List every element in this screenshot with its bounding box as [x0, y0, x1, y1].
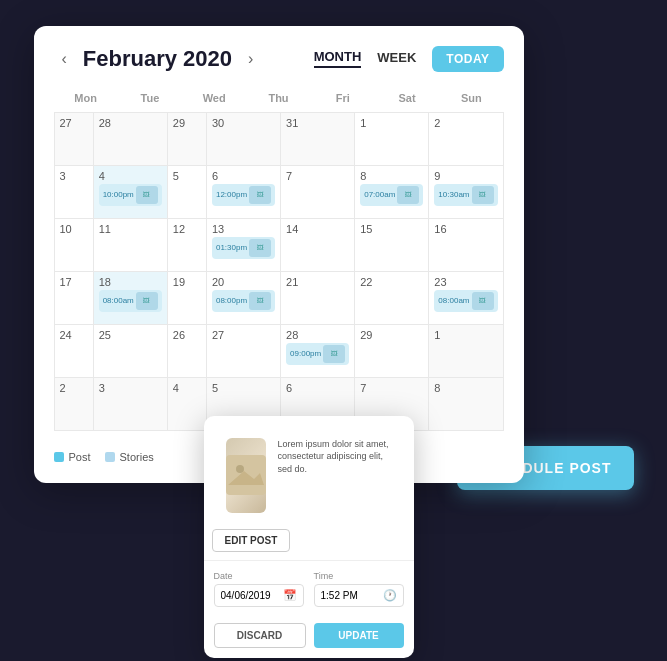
table-row[interactable]: 11 — [94, 219, 167, 271]
table-row[interactable]: 9 10:30am 🖼 — [429, 166, 502, 218]
table-row[interactable]: 1 — [429, 325, 502, 377]
table-row[interactable]: 14 — [281, 219, 354, 271]
update-button[interactable]: UPDATE — [314, 623, 404, 648]
event-thumb: 🖼 — [249, 186, 271, 204]
day-header-sat: Sat — [375, 88, 439, 108]
table-row[interactable]: 30 — [207, 113, 280, 165]
table-row[interactable]: 25 — [94, 325, 167, 377]
list-item[interactable]: 08:00am 🖼 — [434, 290, 497, 312]
day-headers: Mon Tue Wed Thu Fri Sat Sun — [54, 88, 504, 108]
day-header-tue: Tue — [118, 88, 182, 108]
event-thumb: 🖼 — [323, 345, 345, 363]
table-row[interactable]: 2 — [429, 113, 502, 165]
table-row[interactable]: 1 — [355, 113, 428, 165]
event-thumb: 🖼 — [397, 186, 419, 204]
month-title: February 2020 — [83, 46, 232, 72]
list-item[interactable]: 12:00pm 🖼 — [212, 184, 275, 206]
table-row[interactable]: 6 12:00pm 🖼 — [207, 166, 280, 218]
stories-dot — [105, 452, 115, 462]
table-row[interactable]: 4 — [168, 378, 206, 430]
table-row[interactable]: 24 — [55, 325, 93, 377]
list-item[interactable]: 08:00pm 🖼 — [212, 290, 275, 312]
table-row[interactable]: 4 10:00pm 🖼 — [94, 166, 167, 218]
stories-label: Stories — [120, 451, 154, 463]
table-row[interactable]: 27 — [55, 113, 93, 165]
date-label: Date — [214, 571, 304, 581]
table-row[interactable]: 3 — [55, 166, 93, 218]
form-date-time-row: Date 📅 Time 🕐 — [214, 571, 404, 607]
list-item[interactable]: 10:00pm 🖼 — [99, 184, 162, 206]
event-thumb: 🖼 — [136, 186, 158, 204]
time-label: Time — [314, 571, 404, 581]
time-input-wrap[interactable]: 🕐 — [314, 584, 404, 607]
edit-post-button[interactable]: EDIT POST — [212, 529, 291, 552]
table-row[interactable]: 19 — [168, 272, 206, 324]
table-row[interactable]: 12 — [168, 219, 206, 271]
edit-popup: Lorem ipsum dolor sit amet, consectetur … — [204, 416, 414, 658]
event-thumb: 🖼 — [249, 292, 271, 310]
calendar-grid: 27 28 29 30 31 1 2 3 4 10:00pm 🖼 5 6 12:… — [54, 112, 504, 431]
scene: ‹ February 2020 › MONTH WEEK TODAY Mon T… — [34, 26, 634, 636]
today-button[interactable]: TODAY — [432, 46, 503, 72]
post-label: Post — [69, 451, 91, 463]
date-group: Date 📅 — [214, 571, 304, 607]
post-dot — [54, 452, 64, 462]
table-row[interactable]: 22 — [355, 272, 428, 324]
prev-month-button[interactable]: ‹ — [54, 46, 75, 72]
popup-image — [226, 438, 266, 513]
table-row[interactable]: 31 — [281, 113, 354, 165]
calendar-card: ‹ February 2020 › MONTH WEEK TODAY Mon T… — [34, 26, 524, 483]
discard-button[interactable]: DISCARD — [214, 623, 306, 648]
table-row[interactable]: 2 — [55, 378, 93, 430]
table-row[interactable]: 27 — [207, 325, 280, 377]
popup-form: Date 📅 Time 🕐 — [204, 560, 414, 623]
table-row[interactable]: 15 — [355, 219, 428, 271]
table-row[interactable]: 21 — [281, 272, 354, 324]
calendar-icon: 📅 — [283, 589, 297, 602]
table-row[interactable]: 17 — [55, 272, 93, 324]
list-item[interactable]: 01:30pm 🖼 — [212, 237, 275, 259]
date-input[interactable] — [221, 590, 279, 601]
table-row[interactable]: 16 — [429, 219, 502, 271]
day-header-mon: Mon — [54, 88, 118, 108]
list-item[interactable]: 08:00am 🖼 — [99, 290, 162, 312]
table-row[interactable]: 3 — [94, 378, 167, 430]
month-tab[interactable]: MONTH — [314, 49, 362, 68]
table-row[interactable]: 20 08:00pm 🖼 — [207, 272, 280, 324]
next-month-button[interactable]: › — [240, 46, 261, 72]
view-tabs: MONTH WEEK TODAY — [314, 46, 504, 72]
table-row[interactable]: 18 08:00am 🖼 — [94, 272, 167, 324]
table-row[interactable]: 28 09:00pm 🖼 — [281, 325, 354, 377]
day-header-fri: Fri — [311, 88, 375, 108]
day-header-wed: Wed — [182, 88, 246, 108]
popup-description: Lorem ipsum dolor sit amet, consectetur … — [278, 426, 404, 480]
table-row[interactable]: 5 — [168, 166, 206, 218]
legend-stories: Stories — [105, 451, 154, 463]
event-thumb: 🖼 — [472, 186, 494, 204]
table-row[interactable]: 7 — [281, 166, 354, 218]
week-tab[interactable]: WEEK — [377, 50, 416, 67]
table-row[interactable]: 29 — [355, 325, 428, 377]
table-row[interactable]: 8 — [429, 378, 502, 430]
list-item[interactable]: 07:00am 🖼 — [360, 184, 423, 206]
list-item[interactable]: 10:30am 🖼 — [434, 184, 497, 206]
popup-actions: DISCARD UPDATE — [204, 623, 414, 658]
svg-point-1 — [236, 465, 244, 473]
table-row[interactable]: 26 — [168, 325, 206, 377]
table-row[interactable]: 28 — [94, 113, 167, 165]
table-row[interactable]: 29 — [168, 113, 206, 165]
image-preview-icon — [226, 455, 266, 495]
time-input[interactable] — [321, 590, 379, 601]
event-thumb: 🖼 — [472, 292, 494, 310]
calendar-header: ‹ February 2020 › MONTH WEEK TODAY — [54, 46, 504, 72]
time-group: Time 🕐 — [314, 571, 404, 607]
event-thumb: 🖼 — [249, 239, 271, 257]
table-row[interactable]: 23 08:00am 🖼 — [429, 272, 502, 324]
table-row[interactable]: 13 01:30pm 🖼 — [207, 219, 280, 271]
list-item[interactable]: 09:00pm 🖼 — [286, 343, 349, 365]
table-row[interactable]: 10 — [55, 219, 93, 271]
table-row[interactable]: 8 07:00am 🖼 — [355, 166, 428, 218]
date-input-wrap[interactable]: 📅 — [214, 584, 304, 607]
legend-post: Post — [54, 451, 91, 463]
clock-icon: 🕐 — [383, 589, 397, 602]
